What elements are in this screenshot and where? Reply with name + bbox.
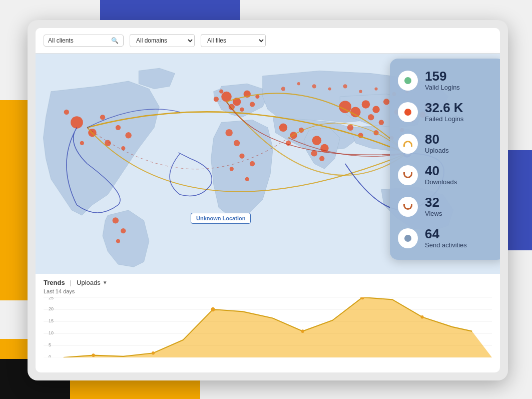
valid-logins-text: 159 Valid Logins [425,70,460,91]
svg-point-29 [290,132,297,139]
svg-point-37 [350,107,361,118]
valid-logins-icon [398,71,418,91]
svg-point-78 [211,307,215,312]
views-number: 32 [425,196,442,209]
downloads-label: Downloads [425,178,457,186]
chevron-down-icon: ▼ [103,280,108,285]
search-box[interactable]: 🔍 [44,35,124,47]
svg-point-21 [240,108,244,112]
red-dot-icon [404,109,411,116]
svg-point-39 [372,106,379,113]
svg-point-32 [312,136,322,145]
downloads-icon [398,165,418,185]
svg-point-81 [421,315,424,319]
chart-wrapper: 0 5 10 15 20 25 [44,297,492,357]
svg-point-79 [301,329,304,333]
chart-period-label: Last 14 days [44,288,492,294]
clients-search-input[interactable] [48,37,108,44]
svg-point-4 [64,110,69,115]
failed-logins-text: 32.6 K Failed Logins [425,101,463,123]
search-icon: 🔍 [111,37,119,44]
svg-point-18 [250,102,255,107]
failed-logins-number: 32.6 K [425,101,463,114]
trends-label: Trends [44,279,65,286]
svg-point-24 [239,153,244,158]
svg-point-54 [297,82,300,85]
svg-point-58 [359,90,362,93]
send-dot-icon [404,235,411,242]
svg-point-76 [92,353,95,357]
svg-point-26 [230,167,234,171]
files-select[interactable]: All files [201,34,266,47]
toolbar: 🔍 All domains All files [36,28,500,54]
svg-point-57 [343,84,347,88]
views-text: 32 Views [425,196,442,217]
failed-logins-icon [398,102,418,122]
send-activities-label: Send activities [425,241,467,249]
svg-point-1 [71,116,83,129]
stat-item-send-activities: 64 Send activities [390,222,500,254]
svg-text:15: 15 [49,318,54,323]
stat-item-downloads: 40 Downloads [390,159,500,191]
trend-chart-svg: 0 5 10 15 20 25 [44,297,492,357]
svg-text:5: 5 [49,342,51,347]
pipe-divider: | [70,279,72,286]
failed-logins-label: Failed Logins [425,115,463,123]
bg-decoration-yellow-left [0,100,30,300]
svg-point-41 [368,114,374,120]
arc-down-icon [403,172,412,178]
downloads-text: 40 Downloads [425,164,457,186]
svg-point-8 [121,146,125,150]
svg-point-55 [312,84,316,88]
svg-point-40 [383,99,389,105]
svg-point-6 [116,125,121,130]
svg-point-20 [219,90,223,94]
svg-text:0: 0 [49,354,51,357]
views-label: Views [425,210,442,217]
svg-point-22 [225,129,232,136]
svg-point-28 [279,124,287,132]
device-screen: 🔍 All domains All files [36,28,500,372]
svg-point-5 [80,141,84,145]
svg-point-11 [121,228,126,233]
valid-logins-label: Valid Logins [425,84,460,91]
device-frame: 🔍 All domains All files [28,20,508,380]
domains-select[interactable]: All domains [130,34,195,47]
views-icon [398,197,418,217]
svg-point-59 [374,87,377,90]
svg-point-35 [319,156,324,161]
stat-item-views: 32 Views [390,191,500,222]
valid-logins-number: 159 [425,70,460,83]
svg-point-45 [347,125,353,131]
svg-point-12 [116,239,120,243]
svg-point-23 [234,140,240,146]
svg-point-7 [125,132,131,138]
svg-point-27 [245,177,249,181]
stat-item-uploads: 80 Uploads [390,128,500,159]
svg-point-42 [379,120,384,125]
green-dot-icon [404,77,411,84]
send-activities-number: 64 [425,227,467,240]
uploads-dropdown-label: Uploads [77,279,101,286]
uploads-label: Uploads [425,147,449,154]
stats-panel: 159 Valid Logins 32.6 K Failed Logins [390,59,500,260]
svg-point-38 [362,100,370,108]
svg-point-53 [281,87,285,91]
unknown-location-label: Unknown Location [196,215,245,221]
chart-header: Trends | Uploads ▼ [44,279,492,286]
uploads-text: 80 Uploads [425,133,449,154]
uploads-number: 80 [425,133,449,146]
svg-point-25 [250,161,255,166]
svg-point-77 [152,351,155,355]
send-activities-icon [398,228,418,248]
svg-point-56 [328,87,331,90]
uploads-dropdown[interactable]: Uploads ▼ [77,279,108,286]
send-activities-text: 64 Send activities [425,227,467,249]
svg-point-10 [113,217,119,223]
stat-item-valid-logins: 159 Valid Logins [390,65,500,96]
svg-text:20: 20 [49,306,54,311]
svg-point-9 [100,115,105,120]
downloads-number: 40 [425,164,457,177]
svg-text:25: 25 [49,297,54,300]
svg-text:10: 10 [49,330,54,335]
